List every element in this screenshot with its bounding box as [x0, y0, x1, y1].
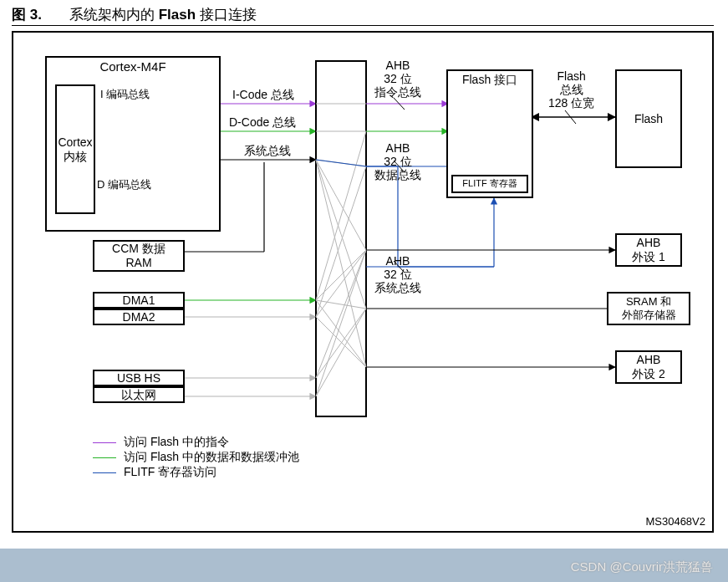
legend-purple-line: [93, 442, 116, 443]
figure-title: 图 3. 系统架构内的 Flash 接口连接: [12, 5, 257, 24]
svg-line-23: [316, 131, 366, 300]
dma1-block: DMA1: [93, 292, 185, 309]
ahb-data-l1: AHB: [386, 141, 410, 155]
svg-line-26: [316, 300, 366, 367]
ahb-periph1-l1: AHB: [637, 236, 661, 250]
svg-line-25: [316, 300, 366, 309]
dma2-block: DMA2: [93, 309, 185, 325]
flash-block: Flash: [615, 69, 682, 168]
legend-blue-text: FLITF 寄存器访问: [124, 465, 216, 480]
icode-bus-label: I-Code 总线: [232, 88, 294, 101]
ccm-l1: CCM 数据: [112, 242, 165, 256]
svg-line-24: [316, 250, 366, 300]
svg-rect-16: [316, 61, 366, 416]
svg-line-27: [316, 166, 366, 317]
ahb-periph2-l2: 外设 2: [632, 367, 665, 381]
flash-bus-label: Flash 总线 128 位宽: [548, 69, 594, 110]
ahb-data-l3: 数据总线: [374, 168, 421, 181]
title-part: 系统架构内的: [69, 7, 159, 23]
flash-interface-label: Flash 接口: [462, 71, 517, 87]
ethernet-block: 以太网: [93, 386, 185, 403]
ahb-sys-l1: AHB: [386, 254, 410, 268]
sram-l1: SRAM 和: [626, 295, 671, 309]
cortex-core-l2: 内核: [64, 150, 87, 164]
legend-blue-line: [93, 472, 116, 473]
ethernet-label: 以太网: [121, 388, 156, 402]
svg-line-44: [565, 110, 576, 124]
flash-bus-l2: 总线: [560, 83, 583, 96]
i-code-internal-label: I 编码总线: [100, 89, 150, 101]
usb-hs-label: USB HS: [117, 371, 160, 385]
dma1-label: DMA1: [123, 294, 155, 308]
title-suffix: 接口连接: [200, 7, 257, 23]
ahb-periph1-l2: 外设 1: [632, 250, 665, 264]
flash-bus-l3: 128 位宽: [548, 96, 594, 110]
legend-purple-text: 访问 Flash 中的指令: [124, 435, 229, 450]
cortex-core-block: Cortex 内核: [55, 84, 95, 214]
flash-label: Flash: [634, 112, 663, 126]
cortex-core-l1: Cortex: [58, 135, 92, 150]
ahb-periph2-l1: AHB: [637, 353, 661, 367]
ahb-sys-label: AHB 32 位 系统总线: [374, 254, 421, 294]
ahb-data-l2: 32 位: [384, 155, 411, 168]
ccm-l2: RAM: [125, 256, 151, 270]
system-bus-label: 系统总线: [244, 144, 291, 157]
title-underline: [12, 25, 714, 26]
title-bold: Flash: [159, 7, 200, 23]
ahb-data-label: AHB 32 位 数据总线: [374, 141, 421, 181]
svg-line-32: [316, 309, 366, 396]
ahb-periph2-block: AHB 外设 2: [615, 350, 682, 384]
ahb-instr-l1: AHB: [386, 59, 410, 72]
legend-green-text: 访问 Flash 中的数据和数据缓冲池: [124, 450, 299, 465]
svg-line-36: [394, 98, 405, 110]
ahb-sys-l2: 32 位: [384, 268, 411, 281]
svg-line-21: [316, 160, 366, 309]
svg-line-30: [316, 250, 366, 378]
watermark-text: CSDN @Couvrir洪荒猛兽: [571, 559, 713, 575]
svg-line-22: [316, 160, 366, 367]
dcode-bus-label: D-Code 总线: [229, 115, 296, 129]
ccm-ram-block: CCM 数据 RAM: [93, 240, 185, 272]
document-id: MS30468V2: [645, 515, 705, 528]
flitf-register-block: FLITF 寄存器: [451, 175, 528, 193]
diagram-frame: Cortex-M4F Cortex 内核 I 编码总线 D 编码总线 I-Cod…: [12, 31, 714, 533]
dma2-label: DMA2: [123, 310, 155, 324]
svg-line-33: [316, 250, 366, 396]
usb-hs-block: USB HS: [93, 370, 185, 386]
flitf-register-label: FLITF 寄存器: [462, 178, 517, 189]
svg-line-28: [316, 250, 366, 317]
svg-line-20: [316, 160, 366, 250]
cortex-m4f-label: Cortex-M4F: [99, 58, 165, 74]
legend-green-line: [93, 457, 116, 458]
ahb-sys-l3: 系统总线: [374, 281, 421, 294]
ahb-instr-l2: 32 位: [384, 72, 411, 85]
sram-l2: 外部存储器: [622, 309, 676, 322]
svg-line-31: [316, 309, 366, 378]
svg-line-34: [316, 160, 366, 166]
ahb-instr-l3: 指令总线: [374, 85, 421, 99]
figure-number: 图 3.: [12, 7, 42, 23]
ahb-instr-label: AHB 32 位 指令总线: [374, 59, 421, 99]
svg-line-29: [316, 317, 366, 367]
d-code-internal-label: D 编码总线: [97, 179, 151, 191]
svg-line-19: [316, 160, 366, 166]
ahb-periph1-block: AHB 外设 1: [615, 233, 682, 267]
sram-block: SRAM 和 外部存储器: [607, 292, 690, 325]
flash-bus-l1: Flash: [557, 69, 586, 83]
